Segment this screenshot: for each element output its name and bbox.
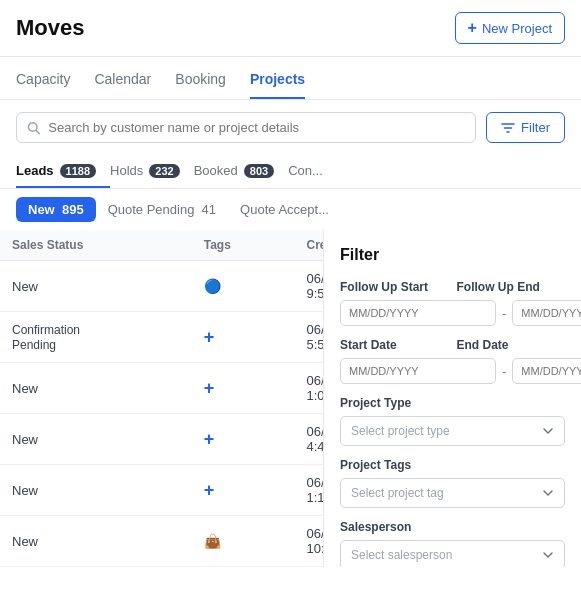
follow-up-section: Follow Up Start Follow Up End - bbox=[340, 280, 565, 326]
end-date-input[interactable] bbox=[512, 358, 581, 384]
project-type-label: Project Type bbox=[340, 396, 565, 410]
tags-cell: 🔵 bbox=[192, 261, 295, 312]
subtab-leads-badge: 1188 bbox=[60, 164, 96, 178]
mini-tabs: New 895 Quote Pending 41 Quote Accept... bbox=[0, 189, 581, 230]
new-project-label: New Project bbox=[482, 21, 552, 36]
plus-icon: + bbox=[468, 19, 477, 37]
subtab-holds-badge: 232 bbox=[149, 164, 179, 178]
filter-icon bbox=[501, 121, 515, 135]
header: Moves + New Project bbox=[0, 0, 581, 57]
project-type-select[interactable]: Select project type bbox=[340, 416, 565, 446]
date-separator-1: - bbox=[502, 306, 506, 321]
search-icon bbox=[27, 121, 40, 135]
filter-panel-title: Filter bbox=[340, 246, 565, 264]
project-tags-section: Project Tags Select project tag bbox=[340, 458, 565, 508]
status-cell: ConfirmationPending bbox=[0, 312, 192, 363]
tags-cell: + bbox=[192, 312, 295, 363]
tags-cell: + bbox=[192, 465, 295, 516]
follow-up-start-input[interactable] bbox=[340, 300, 496, 326]
date-range-section: Start Date End Date - bbox=[340, 338, 565, 384]
tab-booking[interactable]: Booking bbox=[175, 65, 226, 99]
subtab-booked-label: Booked bbox=[194, 163, 238, 178]
tags-cell: + bbox=[192, 363, 295, 414]
salesperson-label: Salesperson bbox=[340, 520, 565, 534]
project-type-section: Project Type Select project type bbox=[340, 396, 565, 446]
col-tags: Tags bbox=[192, 230, 295, 261]
minitab-quote-accept[interactable]: Quote Accept... bbox=[228, 197, 341, 222]
filter-button[interactable]: Filter bbox=[486, 112, 565, 143]
subtab-leads-label: Leads bbox=[16, 163, 54, 178]
subtab-holds-label: Holds bbox=[110, 163, 143, 178]
tags-cell: + bbox=[192, 414, 295, 465]
status-cell: New bbox=[0, 465, 192, 516]
search-input-wrapper bbox=[16, 112, 476, 143]
search-input[interactable] bbox=[48, 120, 465, 135]
subtab-leads[interactable]: Leads 1188 bbox=[16, 155, 110, 188]
sub-tabs: Leads 1188 Holds 232 Booked 803 Con... bbox=[0, 155, 581, 189]
start-date-input[interactable] bbox=[340, 358, 496, 384]
subtab-con[interactable]: Con... bbox=[288, 155, 337, 188]
follow-up-end-input[interactable] bbox=[512, 300, 581, 326]
project-tags-label: Project Tags bbox=[340, 458, 565, 472]
svg-line-1 bbox=[36, 130, 39, 133]
minitab-quote-pending[interactable]: Quote Pending 41 bbox=[96, 197, 228, 222]
status-cell: New bbox=[0, 414, 192, 465]
status-cell: New bbox=[0, 516, 192, 567]
project-tags-select[interactable]: Select project tag bbox=[340, 478, 565, 508]
subtab-booked-badge: 803 bbox=[244, 164, 274, 178]
tags-cell: 👜 bbox=[192, 516, 295, 567]
end-date-label: End Date bbox=[457, 338, 566, 352]
tab-projects[interactable]: Projects bbox=[250, 65, 305, 99]
status-cell: New bbox=[0, 363, 192, 414]
new-project-button[interactable]: + New Project bbox=[455, 12, 565, 44]
subtab-holds[interactable]: Holds 232 bbox=[110, 155, 194, 188]
col-sales-status: Sales Status bbox=[0, 230, 192, 261]
date-separator-2: - bbox=[502, 364, 506, 379]
tab-capacity[interactable]: Capacity bbox=[16, 65, 70, 99]
follow-up-end-label: Follow Up End bbox=[457, 280, 566, 294]
follow-up-start-label: Follow Up Start bbox=[340, 280, 449, 294]
minitab-new[interactable]: New 895 bbox=[16, 197, 96, 222]
subtab-con-label: Con... bbox=[288, 163, 323, 178]
follow-up-date-row: - bbox=[340, 300, 565, 326]
tab-calendar[interactable]: Calendar bbox=[94, 65, 151, 99]
filter-label: Filter bbox=[521, 120, 550, 135]
nav-tabs: Capacity Calendar Booking Projects bbox=[0, 57, 581, 100]
salesperson-select[interactable]: Select salesperson bbox=[340, 540, 565, 567]
status-cell: New bbox=[0, 261, 192, 312]
start-date-label: Start Date bbox=[340, 338, 449, 352]
salesperson-section: Salesperson Select salesperson bbox=[340, 520, 565, 567]
subtab-booked[interactable]: Booked 803 bbox=[194, 155, 288, 188]
app-title: Moves bbox=[16, 15, 84, 41]
start-end-date-row: - bbox=[340, 358, 565, 384]
filter-panel: Filter Follow Up Start Follow Up End - bbox=[323, 230, 581, 567]
search-filter-bar: Filter bbox=[0, 100, 581, 155]
